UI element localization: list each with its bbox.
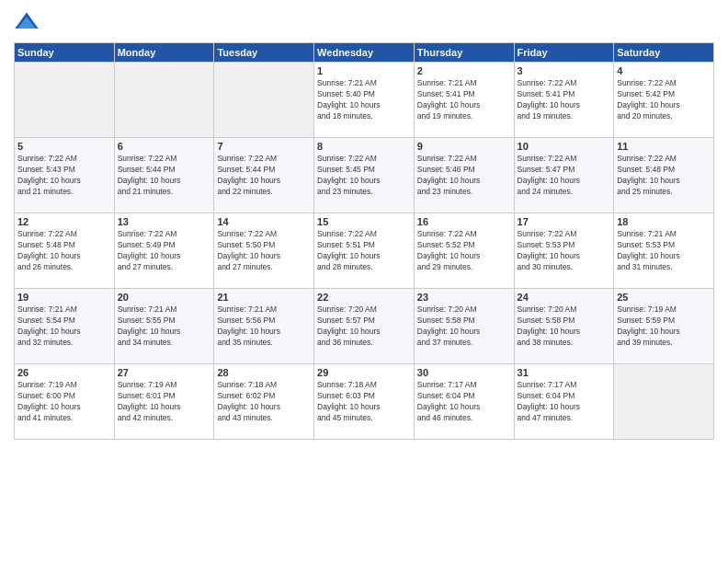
day-detail: Sunrise: 7:22 AMSunset: 5:43 PMDaylight:… (17, 154, 111, 198)
header (14, 9, 714, 35)
day-number: 31 (518, 367, 611, 378)
day-number: 27 (118, 367, 211, 378)
page: SundayMondayTuesdayWednesdayThursdayFrid… (0, 0, 728, 563)
day-number: 1 (317, 65, 411, 76)
day-number: 3 (518, 65, 611, 76)
day-number: 7 (217, 141, 311, 152)
day-detail: Sunrise: 7:22 AMSunset: 5:44 PMDaylight:… (217, 154, 311, 198)
day-number: 6 (118, 141, 211, 152)
day-detail: Sunrise: 7:20 AMSunset: 5:57 PMDaylight:… (317, 304, 411, 349)
day-number: 24 (518, 292, 611, 303)
calendar-day: 28Sunrise: 7:18 AMSunset: 6:02 PMDayligh… (214, 364, 314, 440)
day-number: 25 (617, 292, 711, 303)
calendar-day: 22Sunrise: 7:20 AMSunset: 5:57 PMDayligh… (314, 289, 415, 364)
calendar-week-4: 19Sunrise: 7:21 AMSunset: 5:54 PMDayligh… (15, 289, 714, 364)
calendar-day: 7Sunrise: 7:22 AMSunset: 5:44 PMDaylight… (214, 138, 314, 213)
calendar-day (114, 63, 214, 138)
day-number: 18 (617, 216, 711, 227)
day-number: 22 (317, 292, 411, 303)
day-number: 14 (217, 216, 311, 227)
day-detail: Sunrise: 7:22 AMSunset: 5:50 PMDaylight:… (217, 229, 311, 273)
weekday-header-thursday: Thursday (414, 43, 514, 63)
calendar-day (214, 63, 314, 138)
calendar-day (614, 364, 714, 440)
calendar-week-2: 5Sunrise: 7:22 AMSunset: 5:43 PMDaylight… (15, 138, 714, 213)
day-detail: Sunrise: 7:17 AMSunset: 6:04 PMDaylight:… (518, 380, 611, 424)
day-number: 10 (518, 141, 611, 152)
calendar-day: 16Sunrise: 7:22 AMSunset: 5:52 PMDayligh… (414, 213, 514, 289)
day-detail: Sunrise: 7:22 AMSunset: 5:45 PMDaylight:… (317, 154, 411, 198)
calendar-table: SundayMondayTuesdayWednesdayThursdayFrid… (14, 42, 714, 440)
weekday-header-tuesday: Tuesday (214, 43, 314, 63)
day-detail: Sunrise: 7:21 AMSunset: 5:55 PMDaylight:… (118, 304, 211, 349)
calendar-day: 3Sunrise: 7:22 AMSunset: 5:41 PMDaylight… (514, 63, 614, 138)
day-detail: Sunrise: 7:21 AMSunset: 5:41 PMDaylight:… (417, 78, 511, 122)
calendar-day: 1Sunrise: 7:21 AMSunset: 5:40 PMDaylight… (314, 63, 415, 138)
calendar-day: 19Sunrise: 7:21 AMSunset: 5:54 PMDayligh… (15, 289, 115, 364)
day-detail: Sunrise: 7:22 AMSunset: 5:52 PMDaylight:… (417, 229, 511, 273)
day-detail: Sunrise: 7:22 AMSunset: 5:53 PMDaylight:… (518, 229, 611, 273)
logo (14, 9, 43, 35)
day-detail: Sunrise: 7:18 AMSunset: 6:02 PMDaylight:… (217, 380, 311, 424)
day-detail: Sunrise: 7:22 AMSunset: 5:44 PMDaylight:… (118, 154, 211, 198)
logo-icon (14, 9, 40, 35)
calendar-day: 4Sunrise: 7:22 AMSunset: 5:42 PMDaylight… (614, 63, 714, 138)
calendar-week-3: 12Sunrise: 7:22 AMSunset: 5:48 PMDayligh… (15, 213, 714, 289)
calendar-day: 30Sunrise: 7:17 AMSunset: 6:04 PMDayligh… (414, 364, 514, 440)
calendar-day: 12Sunrise: 7:22 AMSunset: 5:48 PMDayligh… (15, 213, 115, 289)
calendar-week-1: 1Sunrise: 7:21 AMSunset: 5:40 PMDaylight… (15, 63, 714, 138)
day-number: 15 (317, 216, 411, 227)
day-number: 12 (17, 216, 111, 227)
calendar-week-5: 26Sunrise: 7:19 AMSunset: 6:00 PMDayligh… (15, 364, 714, 440)
calendar-day: 25Sunrise: 7:19 AMSunset: 5:59 PMDayligh… (614, 289, 714, 364)
calendar-day: 15Sunrise: 7:22 AMSunset: 5:51 PMDayligh… (314, 213, 415, 289)
calendar-day (15, 63, 115, 138)
day-detail: Sunrise: 7:22 AMSunset: 5:48 PMDaylight:… (17, 229, 111, 273)
day-number: 20 (118, 292, 211, 303)
day-number: 26 (17, 367, 111, 378)
weekday-header-friday: Friday (514, 43, 614, 63)
day-detail: Sunrise: 7:21 AMSunset: 5:53 PMDaylight:… (617, 229, 711, 273)
calendar-body: 1Sunrise: 7:21 AMSunset: 5:40 PMDaylight… (15, 63, 714, 440)
calendar-day: 20Sunrise: 7:21 AMSunset: 5:55 PMDayligh… (114, 289, 214, 364)
day-number: 5 (17, 141, 111, 152)
calendar-header: SundayMondayTuesdayWednesdayThursdayFrid… (15, 43, 714, 63)
day-number: 16 (417, 216, 511, 227)
day-detail: Sunrise: 7:21 AMSunset: 5:56 PMDaylight:… (217, 304, 311, 349)
day-detail: Sunrise: 7:20 AMSunset: 5:58 PMDaylight:… (417, 304, 511, 349)
day-detail: Sunrise: 7:22 AMSunset: 5:47 PMDaylight:… (518, 154, 611, 198)
weekday-header-monday: Monday (114, 43, 214, 63)
calendar-day: 2Sunrise: 7:21 AMSunset: 5:41 PMDaylight… (414, 63, 514, 138)
calendar-day: 5Sunrise: 7:22 AMSunset: 5:43 PMDaylight… (15, 138, 115, 213)
day-detail: Sunrise: 7:20 AMSunset: 5:58 PMDaylight:… (518, 304, 611, 349)
calendar-day: 10Sunrise: 7:22 AMSunset: 5:47 PMDayligh… (514, 138, 614, 213)
day-number: 21 (217, 292, 311, 303)
weekday-header-sunday: Sunday (15, 43, 115, 63)
weekday-row: SundayMondayTuesdayWednesdayThursdayFrid… (15, 43, 714, 63)
day-number: 8 (317, 141, 411, 152)
calendar-day: 11Sunrise: 7:22 AMSunset: 5:48 PMDayligh… (614, 138, 714, 213)
day-number: 13 (118, 216, 211, 227)
day-detail: Sunrise: 7:17 AMSunset: 6:04 PMDaylight:… (417, 380, 511, 424)
calendar-day: 9Sunrise: 7:22 AMSunset: 5:46 PMDaylight… (414, 138, 514, 213)
day-number: 23 (417, 292, 511, 303)
calendar-day: 8Sunrise: 7:22 AMSunset: 5:45 PMDaylight… (314, 138, 415, 213)
day-number: 11 (617, 141, 711, 152)
day-number: 19 (17, 292, 111, 303)
day-detail: Sunrise: 7:22 AMSunset: 5:42 PMDaylight:… (617, 78, 711, 122)
calendar-day: 17Sunrise: 7:22 AMSunset: 5:53 PMDayligh… (514, 213, 614, 289)
day-number: 28 (217, 367, 311, 378)
calendar-day: 13Sunrise: 7:22 AMSunset: 5:49 PMDayligh… (114, 213, 214, 289)
day-detail: Sunrise: 7:21 AMSunset: 5:54 PMDaylight:… (17, 304, 111, 349)
day-detail: Sunrise: 7:22 AMSunset: 5:51 PMDaylight:… (317, 229, 411, 273)
day-detail: Sunrise: 7:22 AMSunset: 5:49 PMDaylight:… (118, 229, 211, 273)
calendar-day: 26Sunrise: 7:19 AMSunset: 6:00 PMDayligh… (15, 364, 115, 440)
day-number: 2 (417, 65, 511, 76)
day-detail: Sunrise: 7:22 AMSunset: 5:41 PMDaylight:… (518, 78, 611, 122)
weekday-header-saturday: Saturday (614, 43, 714, 63)
calendar-day: 29Sunrise: 7:18 AMSunset: 6:03 PMDayligh… (314, 364, 415, 440)
calendar-day: 21Sunrise: 7:21 AMSunset: 5:56 PMDayligh… (214, 289, 314, 364)
day-number: 9 (417, 141, 511, 152)
day-detail: Sunrise: 7:19 AMSunset: 6:01 PMDaylight:… (118, 380, 211, 424)
day-detail: Sunrise: 7:19 AMSunset: 6:00 PMDaylight:… (17, 380, 111, 424)
